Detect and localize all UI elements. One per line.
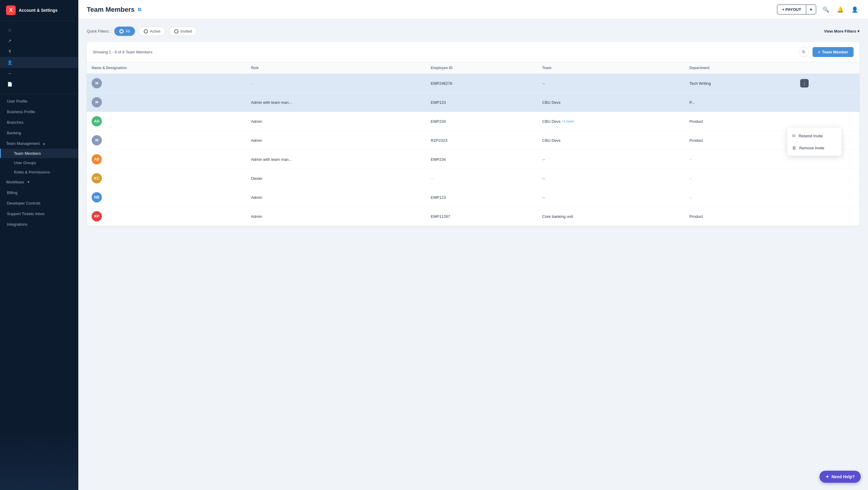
sidebar-item-user-groups[interactable]: User Groups <box>0 158 78 168</box>
mail-icon: ✉ <box>95 138 98 142</box>
table-row[interactable]: AB Admin with team man... EMP234 -- -- <box>87 150 860 169</box>
cell-department: Product <box>684 112 795 131</box>
sidebar-item-docs[interactable]: 📄 <box>0 79 78 90</box>
table-header-columns: Name & Designation Role Employee ID Team… <box>87 62 860 74</box>
filter-all-button[interactable]: All <box>114 27 135 36</box>
cell-department: P... <box>684 93 795 112</box>
refresh-button[interactable]: ↻ <box>799 47 809 57</box>
sidebar-item-developer-controls[interactable]: Developer Controls <box>0 198 78 208</box>
table-row[interactable]: AG Admin EMP234 CBU Devs +1 more Product <box>87 112 860 131</box>
payout-button[interactable]: + PAYOUT ▼ <box>777 4 816 15</box>
filter-all-dot <box>119 29 124 33</box>
sidebar-item-team-members[interactable]: Team Members <box>0 149 78 158</box>
need-help-button[interactable]: ✦ Need Help? <box>819 471 861 483</box>
link-icon: ↗ <box>7 38 12 43</box>
sidebar-item-branches[interactable]: Branches <box>0 117 78 127</box>
payout-button-label: + PAYOUT <box>777 5 806 14</box>
view-more-chevron-icon: ▾ <box>858 29 860 33</box>
cell-actions <box>795 93 860 112</box>
avatar: KC <box>92 173 102 183</box>
workflows-label: Workflows <box>6 180 24 184</box>
page-title-container: Team Members ⧉ <box>87 6 141 13</box>
sidebar-item-business-profile[interactable]: Business Profile <box>0 107 78 117</box>
filter-active-button[interactable]: Active <box>138 27 165 36</box>
external-link-icon[interactable]: ⧉ <box>138 7 141 12</box>
sidebar-item-team-management[interactable]: Team Management ▲ <box>0 138 78 149</box>
sidebar-item-billing[interactable]: Billing <box>0 188 78 198</box>
filter-all-label: All <box>125 29 130 33</box>
sidebar-logo: X Account & Settings <box>0 0 78 21</box>
cell-team: -- <box>537 169 684 188</box>
cell-actions <box>795 207 860 226</box>
cell-employee-id: EMP123 <box>426 188 537 207</box>
rupee-icon: ₹ <box>7 49 12 54</box>
chevron-up-icon: ▲ <box>42 142 45 145</box>
payout-dropdown-arrow[interactable]: ▼ <box>806 5 816 14</box>
cell-department: Product <box>684 131 795 150</box>
search-icon: 🔍 <box>823 6 829 13</box>
cell-name: AG <box>87 112 246 131</box>
sidebar-item-team[interactable]: 👤 <box>0 57 78 68</box>
add-member-label: Team Member <box>822 50 848 54</box>
sidebar-item-home[interactable]: ⌂ <box>0 24 78 35</box>
sidebar-item-banking[interactable]: Banking <box>0 127 78 138</box>
filters-row: Quick Filters : All Active Invited View … <box>87 27 860 36</box>
table-row[interactable]: ✉ Admin with team man... EMP123 CBU Devs… <box>87 93 860 112</box>
cell-employee-id: RZP2323 <box>426 131 537 150</box>
banking-label: Banking <box>7 131 21 135</box>
cell-employee-id: -- <box>426 169 537 188</box>
sidebar-item-payments[interactable]: ↔ <box>0 68 78 79</box>
table-row[interactable]: KP Admin EMP11267 Core banking unit Prod… <box>87 207 860 226</box>
cell-team: -- <box>537 150 684 169</box>
cell-employee-id: EMP123 <box>426 93 537 112</box>
avatar: AB <box>92 154 102 165</box>
cell-team: Core banking unit <box>537 207 684 226</box>
user-menu-button[interactable]: 👤 <box>850 5 860 15</box>
add-member-button[interactable]: + Team Member <box>812 47 854 57</box>
table-row[interactable]: ✉ Admin RZP2323 CBU Devs Product <box>87 131 860 150</box>
cell-department: Product <box>684 207 795 226</box>
search-button[interactable]: 🔍 <box>821 5 831 15</box>
remove-invite-button[interactable]: 🗑 Remove Invite <box>787 142 841 154</box>
content-area: Quick Filters : All Active Invited View … <box>79 19 868 490</box>
cell-department: Tech Writing <box>684 74 795 93</box>
roles-permissions-label: Roles & Permissions <box>14 170 50 174</box>
remove-invite-icon: 🗑 <box>792 145 796 150</box>
filter-active-label: Active <box>150 29 160 33</box>
need-help-icon: ✦ <box>826 474 829 479</box>
topbar-actions: + PAYOUT ▼ 🔍 🔔 👤 <box>777 4 860 15</box>
row-menu-button[interactable]: ⋮ <box>800 79 809 87</box>
mail-icon: ✉ <box>95 81 98 85</box>
sidebar-item-integrations[interactable]: Integrations <box>0 219 78 230</box>
main-content: Team Members ⧉ + PAYOUT ▼ 🔍 🔔 👤 Quick Fi… <box>79 0 868 490</box>
avatar: AG <box>92 116 102 126</box>
col-name: Name & Designation <box>87 62 246 74</box>
sidebar-item-workflows[interactable]: Workflows ▼ <box>0 177 78 188</box>
view-more-filters-label: View More Filters <box>824 29 856 33</box>
cell-department: -- <box>684 150 795 169</box>
view-more-filters-button[interactable]: View More Filters ▾ <box>824 29 860 33</box>
table-container: Showing 1 - 8 of 8 Team Members ↻ + Team… <box>87 42 860 226</box>
sidebar-item-user-profile[interactable]: User Profile <box>0 96 78 107</box>
sidebar-item-rupee[interactable]: ₹ <box>0 46 78 57</box>
need-help-label: Need Help? <box>832 474 855 479</box>
home-icon: ⌂ <box>7 27 12 32</box>
resend-invite-button[interactable]: ✉ Resend Invite <box>787 130 841 142</box>
sidebar-item-support-tickets[interactable]: Support Tickets Inbox <box>0 208 78 219</box>
cell-department: -- <box>684 169 795 188</box>
table-row[interactable]: ✉ -- EMP246276 -- Tech Writing ⋮ <box>87 74 860 93</box>
sidebar-item-link[interactable]: ↗ <box>0 35 78 46</box>
col-role: Role <box>246 62 426 74</box>
table-row[interactable]: NB Admin EMP123 -- -- <box>87 188 860 207</box>
table-row[interactable]: KC Owner -- -- -- <box>87 169 860 188</box>
cell-name: KP <box>87 207 246 226</box>
user-groups-label: User Groups <box>14 161 36 165</box>
table-header-actions: ↻ + Team Member <box>799 47 854 57</box>
sidebar-item-roles-permissions[interactable]: Roles & Permissions <box>0 168 78 177</box>
cell-name: ✉ <box>87 74 246 93</box>
cell-role: Admin with team man... <box>246 150 426 169</box>
notification-button[interactable]: 🔔 <box>835 5 845 15</box>
team-management-label: Team Management <box>6 141 39 146</box>
filter-invited-button[interactable]: Invited <box>169 27 197 36</box>
avatar: ✉ <box>92 135 102 145</box>
